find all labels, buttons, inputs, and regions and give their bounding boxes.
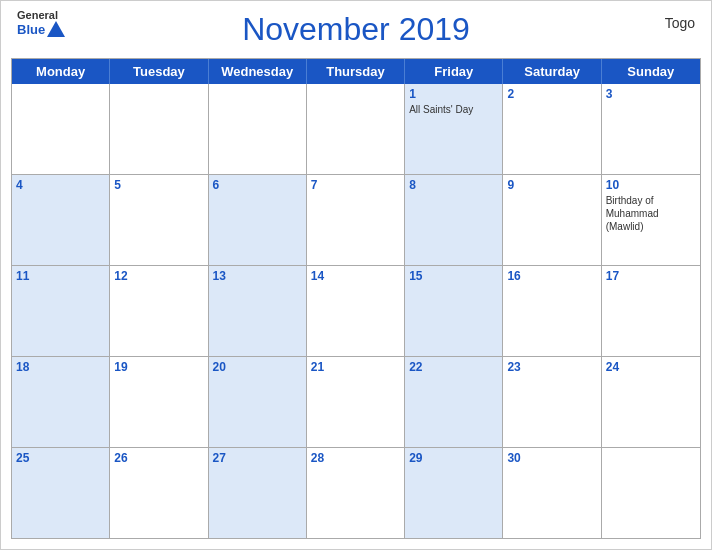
calendar-header-day: Sunday <box>602 59 700 84</box>
day-number: 11 <box>16 269 105 283</box>
calendar-cell: 11 <box>12 266 110 356</box>
calendar-header-day: Thursday <box>307 59 405 84</box>
day-number: 29 <box>409 451 498 465</box>
day-number: 18 <box>16 360 105 374</box>
calendar-cell: 9 <box>503 175 601 265</box>
calendar-cell <box>12 84 110 174</box>
day-number: 8 <box>409 178 498 192</box>
day-number: 13 <box>213 269 302 283</box>
day-number: 12 <box>114 269 203 283</box>
day-number: 23 <box>507 360 596 374</box>
calendar-week: 252627282930 <box>12 447 700 538</box>
calendar-cell <box>110 84 208 174</box>
calendar-cell: 5 <box>110 175 208 265</box>
month-title: November 2019 <box>242 11 470 48</box>
calendar-cell: 10Birthday of Muhammad (Mawlid) <box>602 175 700 265</box>
day-number: 14 <box>311 269 400 283</box>
calendar-cell: 6 <box>209 175 307 265</box>
calendar-cell: 19 <box>110 357 208 447</box>
day-number: 7 <box>311 178 400 192</box>
event-label: All Saints' Day <box>409 103 498 116</box>
calendar-header-day: Tuesday <box>110 59 208 84</box>
calendar-cell: 30 <box>503 448 601 538</box>
calendar-cell: 25 <box>12 448 110 538</box>
day-number: 9 <box>507 178 596 192</box>
calendar-cell <box>209 84 307 174</box>
day-number: 24 <box>606 360 696 374</box>
day-number: 1 <box>409 87 498 101</box>
calendar-cell: 28 <box>307 448 405 538</box>
calendar-header-day: Wednesday <box>209 59 307 84</box>
calendar-header-day: Saturday <box>503 59 601 84</box>
calendar-cell: 22 <box>405 357 503 447</box>
day-number: 15 <box>409 269 498 283</box>
day-number: 6 <box>213 178 302 192</box>
calendar-cell: 3 <box>602 84 700 174</box>
calendar-cell: 2 <box>503 84 601 174</box>
day-number: 5 <box>114 178 203 192</box>
day-number: 19 <box>114 360 203 374</box>
page-header: General Blue November 2019 Togo <box>1 1 711 58</box>
calendar-cell: 7 <box>307 175 405 265</box>
day-number: 2 <box>507 87 596 101</box>
calendar-cell: 27 <box>209 448 307 538</box>
day-number: 27 <box>213 451 302 465</box>
calendar-cell: 26 <box>110 448 208 538</box>
calendar-cell: 29 <box>405 448 503 538</box>
calendar-cell <box>307 84 405 174</box>
calendar-week: 11121314151617 <box>12 265 700 356</box>
day-number: 10 <box>606 178 696 192</box>
calendar-cell: 17 <box>602 266 700 356</box>
country-label: Togo <box>665 15 695 31</box>
logo-general: General <box>17 9 65 21</box>
calendar: MondayTuesdayWednesdayThursdayFridaySatu… <box>11 58 701 539</box>
day-number: 3 <box>606 87 696 101</box>
calendar-header-day: Friday <box>405 59 503 84</box>
day-number: 20 <box>213 360 302 374</box>
calendar-header-day: Monday <box>12 59 110 84</box>
day-number: 17 <box>606 269 696 283</box>
logo-blue: Blue <box>17 22 45 37</box>
day-number: 21 <box>311 360 400 374</box>
calendar-cell: 24 <box>602 357 700 447</box>
calendar-week: 18192021222324 <box>12 356 700 447</box>
calendar-cell: 23 <box>503 357 601 447</box>
logo: General Blue <box>17 9 65 37</box>
day-number: 30 <box>507 451 596 465</box>
calendar-cell <box>602 448 700 538</box>
calendar-cell: 4 <box>12 175 110 265</box>
calendar-cell: 21 <box>307 357 405 447</box>
calendar-cell: 1All Saints' Day <box>405 84 503 174</box>
calendar-body: 1All Saints' Day2345678910Birthday of Mu… <box>12 84 700 538</box>
calendar-cell: 14 <box>307 266 405 356</box>
calendar-page: General Blue November 2019 Togo MondayTu… <box>0 0 712 550</box>
calendar-cell: 15 <box>405 266 503 356</box>
day-number: 16 <box>507 269 596 283</box>
calendar-cell: 8 <box>405 175 503 265</box>
svg-marker-0 <box>47 21 65 37</box>
logo-icon <box>47 21 65 37</box>
calendar-cell: 18 <box>12 357 110 447</box>
day-number: 22 <box>409 360 498 374</box>
day-number: 4 <box>16 178 105 192</box>
day-number: 26 <box>114 451 203 465</box>
day-number: 25 <box>16 451 105 465</box>
calendar-header: MondayTuesdayWednesdayThursdayFridaySatu… <box>12 59 700 84</box>
event-label: Birthday of Muhammad (Mawlid) <box>606 194 696 233</box>
calendar-week: 1All Saints' Day23 <box>12 84 700 174</box>
calendar-cell: 16 <box>503 266 601 356</box>
calendar-cell: 12 <box>110 266 208 356</box>
calendar-week: 45678910Birthday of Muhammad (Mawlid) <box>12 174 700 265</box>
calendar-cell: 20 <box>209 357 307 447</box>
day-number: 28 <box>311 451 400 465</box>
calendar-cell: 13 <box>209 266 307 356</box>
